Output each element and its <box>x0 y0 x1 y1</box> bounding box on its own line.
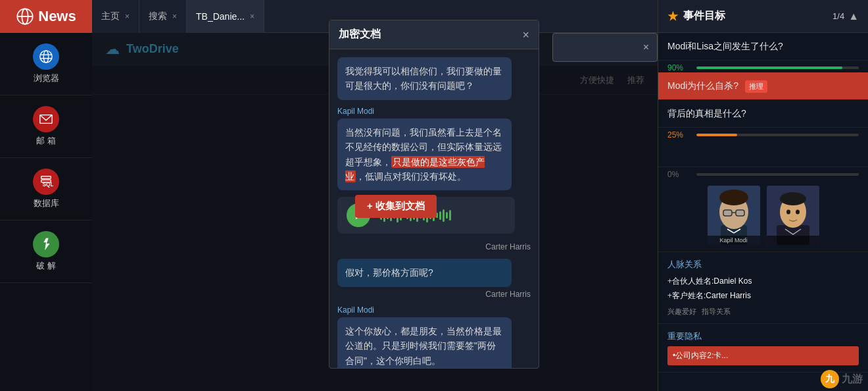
modal-close-button[interactable]: × <box>522 29 529 41</box>
sidebar-item-browser[interactable]: 浏览器 <box>0 33 92 95</box>
chat-bubble-2: 当然没有问题，我们虽然看上去是个名不见经传的数据公司，但实际体量远远超乎想象，只… <box>337 118 512 191</box>
database-icon-bg: SQL <box>33 169 59 195</box>
sidebar: News 浏览器 邮 箱 SQL <box>0 0 92 391</box>
portrait-label-2 <box>767 236 819 245</box>
small-modal-close-button[interactable]: × <box>643 41 649 53</box>
chevron-up-icon[interactable]: ▲ <box>848 11 859 22</box>
relation-tag-2: 指导关系 <box>702 307 731 317</box>
event-item-1[interactable]: Modi和Lisa之间发生了什么? <box>658 33 868 61</box>
svg-point-23 <box>786 210 790 215</box>
modal-title: 加密文档 <box>339 28 381 41</box>
crack-svg-icon <box>39 237 53 251</box>
sidebar-news[interactable]: News <box>0 0 92 33</box>
privacy-item-1: •公司内容2:卡... <box>667 346 859 365</box>
right-panel-header: ★ 事件目标 1/4 ▲ <box>658 0 868 33</box>
event-text-2: Modi为什么自杀? 推理 <box>667 79 859 93</box>
event-item-4[interactable] <box>658 140 868 167</box>
relation-key-1: 合伙人姓名: <box>672 276 713 286</box>
portrait-kapil-modi: Kapil Modi <box>708 186 760 245</box>
event-text-3: 背后的真相是什么? <box>667 107 859 120</box>
event-text-1: Modi和Lisa之间发生了什么? <box>667 39 859 53</box>
tab-search-label: 搜索 <box>149 11 167 22</box>
chat-text-4: 这个你放心，都是朋友，当然价格是最公道的。只是到时候我们需要签"两份合同"，这个… <box>345 326 502 366</box>
sidebar-item-crack[interactable]: 破 解 <box>0 221 92 283</box>
relation-tag-1: 兴趣爱好 <box>667 307 696 317</box>
chat-message-2: Kapil Modi 当然没有问题，我们虽然看上去是个名不见经传的数据公司，但实… <box>337 107 531 191</box>
event-item-3[interactable]: 背后的真相是什么? <box>658 100 868 128</box>
event-item-2[interactable]: Modi为什么自杀? 推理 <box>658 72 868 100</box>
audio-sender: Carter Harris <box>337 240 531 252</box>
portrait-2 <box>767 186 819 245</box>
chat-text-2c: ，低调点对我们没有坏处。 <box>356 171 466 182</box>
event-progress-1: 90% <box>658 61 868 72</box>
right-header-title-group: ★ 事件目标 <box>667 9 725 24</box>
relation-key-2: 客户姓名: <box>672 291 706 300</box>
wave-bar <box>446 212 448 219</box>
tab-home[interactable]: 主页 × <box>92 0 139 33</box>
svg-point-15 <box>719 190 748 205</box>
right-panel-title: 事件目标 <box>683 9 725 23</box>
news-label: News <box>38 8 76 25</box>
progress-bar-fill-3 <box>696 134 737 136</box>
relation-value-1: Daniel Kos <box>713 276 752 286</box>
watermark: 九 九游 <box>815 367 868 391</box>
relation-item-1: +合伙人姓名:Daniel Kos <box>667 274 859 289</box>
browser-label: 浏览器 <box>34 72 59 84</box>
mail-label: 邮 箱 <box>36 135 56 147</box>
relations-title: 人脉关系 <box>667 259 859 271</box>
tab-tb-daniel-close[interactable]: × <box>250 12 254 21</box>
svg-point-22 <box>780 192 806 205</box>
progress-pct-1: 90% <box>667 63 691 72</box>
privacy-title: 重要隐私 <box>667 330 859 342</box>
progress-bar-fill-1 <box>696 66 842 69</box>
relations-section: 人脉关系 +合伙人姓名:Daniel Kos +客户姓名:Carter Harr… <box>658 252 868 324</box>
svg-point-3 <box>40 51 52 63</box>
svg-point-24 <box>796 210 800 215</box>
tab-tb-daniel-label: TB_Danie... <box>196 11 245 22</box>
progress-bar-wrap-1 <box>696 66 859 69</box>
tab-search-close[interactable]: × <box>172 12 177 21</box>
right-panel: ★ 事件目标 1/4 ▲ Modi和Lisa之间发生了什么? 90% Modi为… <box>658 0 868 391</box>
tab-home-label: 主页 <box>101 11 120 22</box>
event-text-2-label: Modi为什么自杀? <box>667 80 738 91</box>
counter-value: 1/4 <box>832 11 844 21</box>
tab-home-close[interactable]: × <box>125 12 130 21</box>
svg-text:SQL: SQL <box>43 182 54 188</box>
chat-sender-3: Carter Harris <box>337 290 531 299</box>
jiuyou-icon: 九 <box>821 370 839 388</box>
chat-sender-4: Kapil Modi <box>337 305 531 315</box>
relation-value-2: Carter Harris <box>706 291 751 300</box>
collect-tooltip[interactable]: + 收集到文档 <box>355 195 437 218</box>
event-text-4 <box>667 146 859 160</box>
watermark-icon-text: 九 <box>825 373 834 385</box>
encrypted-doc-modal: 加密文档 × 我觉得我可以相信你们，我们要做的量可是很大的，你们没有问题吧？ K… <box>329 20 539 369</box>
chat-sender-2: Kapil Modi <box>337 107 531 116</box>
progress-pct-4: 0% <box>667 170 691 179</box>
svg-rect-16 <box>723 210 732 216</box>
relation-item-2: +客户姓名:Carter Harris <box>667 289 859 303</box>
modal-header: 加密文档 × <box>329 20 539 49</box>
database-label: 数据库 <box>34 197 59 209</box>
chat-text-1: 我觉得我可以相信你们，我们要做的量可是很大的，你们没有问题吧？ <box>345 66 502 91</box>
svg-rect-17 <box>736 210 744 216</box>
sidebar-item-database[interactable]: SQL 数据库 <box>0 158 92 221</box>
progress-pct-3: 25% <box>667 130 691 140</box>
wave-bar <box>439 211 441 220</box>
event-progress-4: 0% <box>658 167 868 179</box>
watermark-text: 九游 <box>842 373 863 386</box>
mail-icon-bg <box>33 106 59 132</box>
portrait-label-kapil: Kapil Modi <box>708 236 760 245</box>
crack-icon-bg <box>33 231 59 257</box>
tab-tb-daniel[interactable]: TB_Danie... × <box>187 0 264 33</box>
globe-icon <box>16 7 34 26</box>
event-badge-2: 推理 <box>745 80 767 93</box>
svg-rect-8 <box>41 176 51 179</box>
tab-search[interactable]: 搜索 × <box>139 0 187 33</box>
svg-point-4 <box>43 51 48 63</box>
browser-icon-bg <box>33 43 59 70</box>
small-alert-modal: × <box>552 33 658 62</box>
chat-bubble-1: 我觉得我可以相信你们，我们要做的量可是很大的，你们没有问题吧？ <box>337 57 512 100</box>
browser-svg-icon <box>39 49 53 64</box>
sidebar-item-mail[interactable]: 邮 箱 <box>0 95 92 158</box>
star-icon: ★ <box>667 9 678 24</box>
